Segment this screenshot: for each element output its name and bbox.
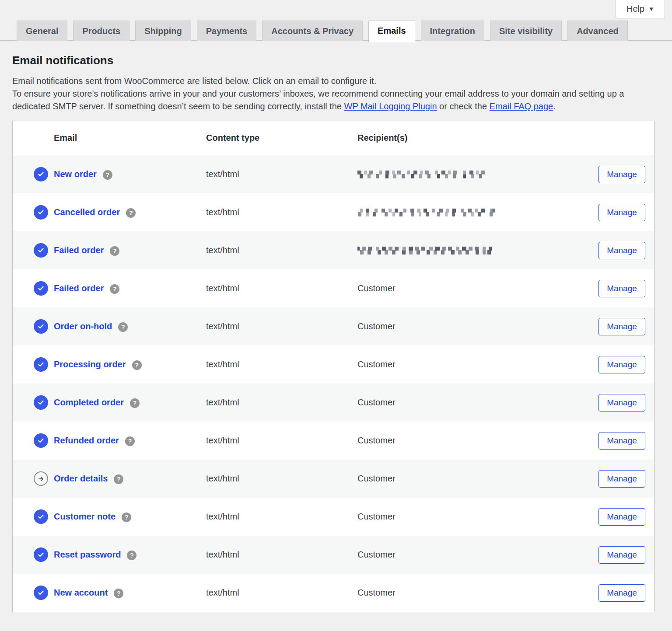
recipient-cell: Customer [357,550,582,560]
recipient-cell: Customer [357,436,582,446]
table-rows: New order?text/htmlManageCancelled order… [13,155,654,612]
manage-cell: Manage [582,394,654,411]
help-tip-icon[interactable]: ? [126,208,136,218]
tab-products[interactable]: Products [73,21,130,41]
status-cell [13,281,54,296]
email-link-order-details[interactable]: Order details [54,474,108,484]
wp-mail-logging-plugin-link[interactable]: WP Mail Logging Plugin [344,101,437,111]
tab-accounts-privacy[interactable]: Accounts & Privacy [262,21,363,41]
help-tip-icon[interactable]: ? [122,512,131,522]
manage-cell: Manage [582,166,654,183]
tab-site-visibility[interactable]: Site visibility [490,21,562,41]
manage-button[interactable]: Manage [598,242,645,259]
help-button-label: Help [626,4,644,14]
enabled-check-icon [34,243,48,258]
email-link-processing-order[interactable]: Processing order [54,359,126,370]
intro-line-1: Email notifications sent from WooCommerc… [12,75,643,87]
recipient-cell [357,170,582,178]
enabled-check-icon [34,281,48,296]
content-type-cell: text/html [206,397,357,408]
manage-button[interactable]: Manage [598,356,645,373]
content-type-column-header: Content type [206,133,357,143]
help-button[interactable]: Help ▼ [616,0,665,18]
help-tip-icon[interactable]: ? [110,246,119,256]
enabled-check-icon [34,357,48,372]
enabled-check-icon [34,509,48,524]
manage-button[interactable]: Manage [598,318,645,335]
manage-button[interactable]: Manage [598,204,645,221]
email-name-cell: Processing order? [54,359,206,370]
tab-general[interactable]: General [17,21,67,41]
content-type-cell: text/html [206,207,357,217]
email-name-cell: Reset password? [54,549,206,560]
enabled-check-icon [34,395,48,410]
email-link-failed-order[interactable]: Failed order [54,245,104,255]
recipients-column-header: Recipient(s) [357,133,582,143]
help-tip-icon[interactable]: ? [114,474,123,484]
email-faq-page-link[interactable]: Email FAQ page [490,101,553,111]
manage-button[interactable]: Manage [598,470,645,488]
recipient-cell: Customer [357,359,582,370]
email-link-refunded-order[interactable]: Refunded order [54,436,119,446]
email-link-customer-note[interactable]: Customer note [54,512,116,522]
manage-button[interactable]: Manage [598,394,645,411]
settings-tab-bar: GeneralProductsShippingPaymentsAccounts … [0,20,672,41]
recipient-cell [357,208,582,216]
manage-cell: Manage [582,318,654,335]
table-row: Order details?text/htmlCustomerManage [13,460,654,498]
table-header-row: Email Content type Recipient(s) [13,121,654,155]
help-tip-icon[interactable]: ? [132,360,142,370]
manage-cell: Manage [582,584,654,602]
status-cell [13,167,54,181]
redacted-recipient-email [357,246,492,254]
enabled-check-icon [34,205,48,220]
help-tip-icon[interactable]: ? [114,589,123,598]
tab-integration[interactable]: Integration [421,21,484,41]
manage-button[interactable]: Manage [598,546,645,564]
manage-button[interactable]: Manage [598,166,645,183]
content-type-cell: text/html [206,512,357,522]
manage-button[interactable]: Manage [598,584,645,602]
content-type-cell: text/html [206,436,357,446]
status-cell [13,395,54,410]
tab-emails[interactable]: Emails [368,21,415,42]
enabled-check-icon [34,586,48,600]
manage-button[interactable]: Manage [598,280,645,297]
tab-payments[interactable]: Payments [197,21,257,41]
help-tip-icon[interactable]: ? [110,284,119,294]
email-link-new-order[interactable]: New order [54,169,97,179]
help-tip-icon[interactable]: ? [118,322,128,332]
content-type-cell: text/html [206,321,357,331]
manage-button[interactable]: Manage [598,508,645,526]
email-name-cell: Failed order? [54,283,206,294]
email-link-failed-order[interactable]: Failed order [54,283,104,293]
email-link-order-on-hold[interactable]: Order on-hold [54,321,112,331]
table-row: Completed order?text/htmlCustomerManage [13,383,654,422]
status-cell [13,205,54,220]
recipient-cell: Customer [357,321,582,331]
help-tip-icon[interactable]: ? [130,398,140,408]
table-row: New account?text/htmlCustomerManage [13,574,654,612]
manage-cell: Manage [582,204,654,221]
recipient-cell: Customer [357,283,582,293]
manage-button[interactable]: Manage [598,432,645,450]
email-name-cell: New order? [54,169,206,180]
enabled-check-icon [34,547,48,562]
email-link-new-account[interactable]: New account [54,588,108,598]
manage-cell: Manage [582,508,654,526]
tab-advanced[interactable]: Advanced [567,21,628,41]
email-link-cancelled-order[interactable]: Cancelled order [54,207,120,217]
redacted-recipient-email [357,170,485,178]
status-cell [13,433,54,448]
help-tip-icon[interactable]: ? [103,170,112,180]
help-tip-icon[interactable]: ? [127,551,136,560]
table-row: Processing order?text/htmlCustomerManage [13,345,654,383]
manual-send-arrow-icon [34,471,48,486]
email-name-cell: Cancelled order? [54,207,206,218]
recipient-cell: Customer [357,474,582,484]
tab-shipping[interactable]: Shipping [135,21,191,41]
email-link-completed-order[interactable]: Completed order [54,397,124,408]
help-tip-icon[interactable]: ? [125,436,135,446]
status-cell [13,547,54,562]
email-link-reset-password[interactable]: Reset password [54,550,121,560]
